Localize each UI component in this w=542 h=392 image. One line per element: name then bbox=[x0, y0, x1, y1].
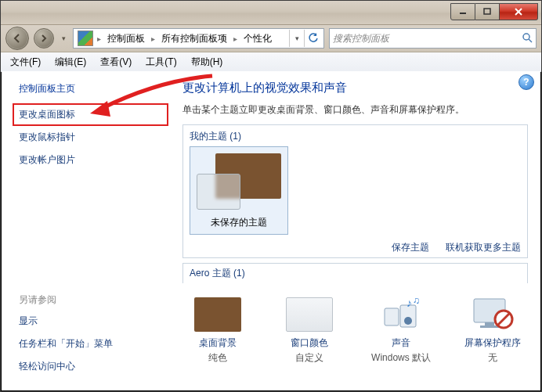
tile-label: 屏幕保护程序 bbox=[463, 336, 523, 350]
titlebar bbox=[1, 1, 541, 25]
navigation-bar: ▾ ▸ 控制面板 ▸ 所有控制面板项 ▸ 个性化 ▾ 搜索控制面板 bbox=[1, 25, 541, 52]
svg-line-5 bbox=[529, 39, 532, 42]
screensaver-icon bbox=[469, 297, 516, 332]
forward-button[interactable] bbox=[34, 28, 54, 49]
tile-value: 无 bbox=[463, 351, 523, 365]
control-panel-home-link[interactable]: 控制面板主页 bbox=[19, 82, 162, 95]
screensaver-tile[interactable]: 屏幕保护程序 无 bbox=[463, 297, 523, 365]
breadcrumb-item[interactable]: 控制面板 bbox=[103, 30, 150, 47]
menu-view[interactable]: 查看(V) bbox=[94, 54, 138, 70]
menu-file[interactable]: 文件(F) bbox=[4, 54, 47, 70]
theme-unsaved[interactable]: 未保存的主题 bbox=[190, 146, 288, 235]
search-icon bbox=[522, 32, 533, 45]
main-panel: ? 更改计算机上的视觉效果和声音 单击某个主题立即更改桌面背景、窗口颜色、声音和… bbox=[170, 71, 540, 390]
theme-thumbnail bbox=[197, 153, 281, 210]
menu-help[interactable]: 帮助(H) bbox=[185, 54, 229, 70]
menu-edit[interactable]: 编辑(E) bbox=[49, 54, 92, 70]
sidebar: 控制面板主页 更改桌面图标 更改鼠标指针 更改帐户图片 另请参阅 显示 任务栏和… bbox=[2, 71, 170, 390]
window-color-tile[interactable]: 窗口颜色 自定义 bbox=[279, 297, 339, 365]
page-title: 更改计算机上的视觉效果和声音 bbox=[182, 81, 528, 95]
search-placeholder: 搜索控制面板 bbox=[333, 32, 389, 45]
theme-actions: 保存主题 联机获取更多主题 bbox=[190, 241, 521, 254]
my-themes-header[interactable]: 我的主题 (1) bbox=[190, 130, 521, 143]
help-icon[interactable]: ? bbox=[519, 74, 534, 90]
page-subtitle: 单击某个主题立即更改桌面背景、窗口颜色、声音和屏幕保护程序。 bbox=[182, 103, 528, 117]
control-panel-icon bbox=[78, 31, 93, 46]
tile-label: 桌面背景 bbox=[187, 336, 248, 350]
display-link[interactable]: 显示 bbox=[19, 315, 162, 328]
tile-label: 窗口颜色 bbox=[279, 336, 339, 350]
theme-label: 未保存的主题 bbox=[197, 216, 281, 229]
minimize-button[interactable] bbox=[450, 3, 475, 20]
svg-rect-13 bbox=[480, 325, 499, 328]
chevron-right-icon: ▸ bbox=[96, 34, 103, 43]
settings-tiles: 桌面背景 纯色 窗口颜色 自定义 ♪♫ 声音 Windows 默认 bbox=[182, 297, 528, 365]
content-area: 控制面板主页 更改桌面图标 更改鼠标指针 更改帐户图片 另请参阅 显示 任务栏和… bbox=[2, 71, 540, 390]
breadcrumb-item[interactable]: 个性化 bbox=[239, 30, 276, 47]
chevron-right-icon: ▸ bbox=[150, 34, 157, 43]
my-themes-group: 我的主题 (1) 未保存的主题 保存主题 联机获取更多主题 bbox=[182, 124, 528, 258]
sounds-tile[interactable]: ♪♫ 声音 Windows 默认 bbox=[371, 297, 432, 365]
aero-themes-header[interactable]: Aero 主题 (1) bbox=[182, 263, 528, 283]
back-button[interactable] bbox=[5, 27, 29, 50]
get-more-themes-link[interactable]: 联机获取更多主题 bbox=[446, 242, 521, 253]
tile-value: 纯色 bbox=[187, 351, 248, 365]
ease-of-access-link[interactable]: 轻松访问中心 bbox=[19, 360, 162, 373]
sounds-icon: ♪♫ bbox=[378, 297, 425, 332]
tile-value: 自定义 bbox=[279, 351, 339, 365]
tile-value: Windows 默认 bbox=[371, 351, 432, 365]
history-dropdown[interactable]: ▾ bbox=[59, 34, 68, 42]
breadcrumb-dropdown[interactable]: ▾ bbox=[289, 30, 304, 47]
personalization-window: ▾ ▸ 控制面板 ▸ 所有控制面板项 ▸ 个性化 ▾ 搜索控制面板 文件(F) … bbox=[0, 0, 542, 392]
svg-point-8 bbox=[404, 317, 412, 325]
change-mouse-pointers-link[interactable]: 更改鼠标指针 bbox=[19, 131, 162, 144]
svg-rect-1 bbox=[484, 9, 490, 14]
desktop-background-tile[interactable]: 桌面背景 纯色 bbox=[187, 297, 248, 365]
taskbar-start-link[interactable]: 任务栏和「开始」菜单 bbox=[19, 337, 162, 351]
refresh-button[interactable] bbox=[304, 30, 322, 47]
close-button[interactable] bbox=[500, 3, 538, 20]
menu-tools[interactable]: 工具(T) bbox=[139, 54, 182, 70]
save-theme-link[interactable]: 保存主题 bbox=[392, 242, 429, 253]
menu-bar: 文件(F) 编辑(E) 查看(V) 工具(T) 帮助(H) bbox=[1, 52, 541, 72]
svg-text:♫: ♫ bbox=[413, 297, 420, 306]
svg-point-4 bbox=[523, 34, 529, 40]
search-input[interactable]: 搜索控制面板 bbox=[329, 28, 537, 49]
chevron-right-icon: ▸ bbox=[232, 34, 239, 43]
window-color-icon bbox=[286, 297, 333, 332]
window-controls bbox=[450, 3, 538, 20]
svg-rect-6 bbox=[385, 308, 399, 325]
change-account-picture-link[interactable]: 更改帐户图片 bbox=[19, 153, 162, 167]
tile-label: 声音 bbox=[371, 336, 432, 350]
see-also-header: 另请参阅 bbox=[19, 293, 162, 307]
change-desktop-icons-link[interactable]: 更改桌面图标 bbox=[13, 103, 168, 126]
breadcrumb-item[interactable]: 所有控制面板项 bbox=[157, 30, 232, 47]
maximize-button[interactable] bbox=[475, 3, 500, 20]
svg-text:♪: ♪ bbox=[406, 297, 412, 309]
breadcrumb[interactable]: ▸ 控制面板 ▸ 所有控制面板项 ▸ 个性化 ▾ bbox=[73, 28, 324, 49]
desktop-background-icon bbox=[194, 297, 241, 332]
svg-rect-12 bbox=[485, 322, 494, 325]
